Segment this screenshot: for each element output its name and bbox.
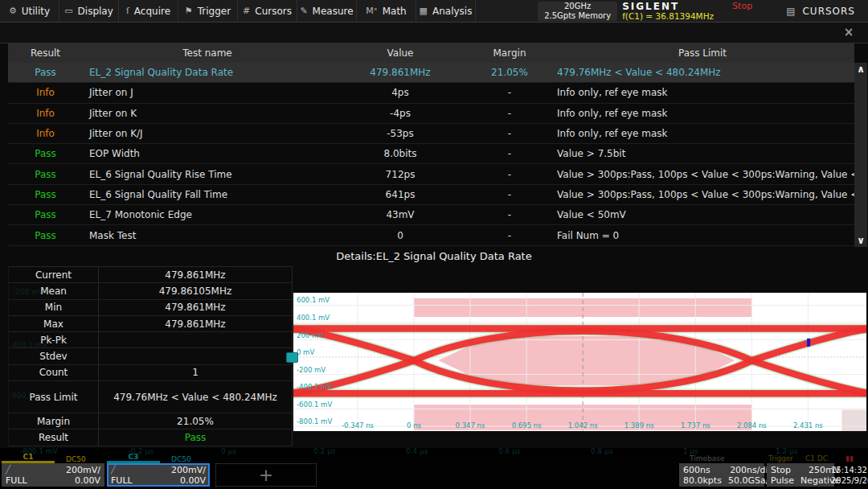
- details-label: Pass Limit: [9, 381, 99, 413]
- table-row[interactable]: PassEL_2 Signal Quality Data Rate479.861…: [8, 63, 854, 83]
- result-cell: Pass: [8, 144, 83, 164]
- siglent-logo: SIGLENT: [622, 2, 679, 11]
- close-icon[interactable]: ×: [837, 25, 860, 40]
- scroll-down-icon[interactable]: ∨: [854, 235, 867, 246]
- clipboard-icon: ▤: [786, 6, 796, 17]
- details-value: 479.86105MHz: [99, 283, 292, 299]
- details-value: 479.861MHz: [99, 267, 292, 283]
- value-cell: 0: [332, 225, 469, 245]
- details-row: Count1: [9, 365, 292, 381]
- timebase-panel[interactable]: 600ns 200ns/div 80.0kpts 50.0GSa/s: [679, 463, 764, 487]
- menu-item-label: Trigger: [198, 6, 231, 17]
- table-row[interactable]: PassEL_7 Monotonic Edge43mV-Value < 50mV: [8, 205, 854, 225]
- details-label: Count: [9, 365, 99, 381]
- table-row[interactable]: InfoJitter on K/J-53ps-Info only, ref ey…: [8, 124, 854, 144]
- details-row: Margin21.05%: [9, 413, 292, 429]
- menu-item-label: Measure: [313, 6, 354, 17]
- svg-text:1.389 ns: 1.389 ns: [624, 421, 654, 429]
- menu-item-cursors[interactable]: #Cursors: [238, 0, 297, 22]
- column-header: Pass Limit: [551, 43, 854, 63]
- cursors-panel-button[interactable]: ▤ CURSORS: [786, 6, 855, 17]
- eye-diagram: 600.1 mV400.1 mV200 mV0 mV-200 mV-400.1 …: [293, 293, 866, 431]
- svg-text:0.695 ns: 0.695 ns: [512, 421, 542, 429]
- trigger-panel[interactable]: Stop 250mV Pulse Negative: [767, 463, 834, 487]
- channel-name: C1: [2, 453, 55, 463]
- offset-value: 0.00V: [66, 475, 100, 486]
- trigger-source-ghost-label: C1 DC: [805, 454, 828, 462]
- analysis-icon: ▦: [420, 6, 428, 16]
- svg-text:-200 mV: -200 mV: [297, 366, 326, 374]
- margin-cell: 21.05%: [469, 63, 551, 83]
- table-row[interactable]: PassMask Test0-Fail Num = 0: [8, 225, 854, 245]
- value-cell: 479.861MHz: [332, 63, 469, 83]
- oscilloscope-screen: ⚙Utility▭DisplayſAcquire⚑Trigger#Cursors…: [0, 0, 868, 489]
- frequency-readout: f(C1) = 36.81394MHz: [622, 11, 752, 21]
- test-results-dialog: × ResultTest nameValueMarginPass Limit P…: [0, 22, 868, 448]
- value-cell: -4ps: [332, 104, 469, 124]
- ghost-axis-label: 0.8 μs: [591, 447, 613, 455]
- test-name-cell: Jitter on K: [83, 104, 332, 124]
- table-row[interactable]: InfoJitter on K-4ps-Info only, ref eye m…: [8, 104, 854, 124]
- add-channel-slot[interactable]: +: [215, 463, 317, 487]
- test-name-cell: EOP Width: [83, 144, 332, 164]
- scrollbar[interactable]: ∧ ∨: [854, 63, 867, 247]
- svg-text:-800.1 mV: -800.1 mV: [297, 417, 332, 425]
- menu-item-measure[interactable]: ✎Measure: [297, 0, 357, 22]
- details-value: [99, 332, 292, 348]
- details-value: Pass: [99, 429, 292, 446]
- menu-item-math[interactable]: MˣMath: [357, 0, 416, 22]
- margin-cell: -: [469, 225, 551, 245]
- pass-limit-cell: 479.76MHz < Value < 480.24MHz: [551, 63, 854, 83]
- pass-limit-cell: Value > 300ps:Pass, 100ps < Value < 300p…: [551, 185, 854, 205]
- details-row: Current479.861MHz: [9, 267, 292, 283]
- ghost-axis-label: 0.4 μs: [406, 447, 428, 455]
- coupling-label: DC50: [171, 455, 191, 463]
- channel-name: C3: [107, 453, 160, 463]
- channel-widget-c1[interactable]: C1DC50╱200mV/FULL0.00V: [2, 455, 104, 487]
- details-row: Mean479.86105MHz: [9, 283, 292, 299]
- bandwidth-label: 20GHz: [544, 2, 611, 11]
- result-cell: Pass: [8, 225, 83, 245]
- svg-text:-400.1 mV: -400.1 mV: [297, 383, 332, 391]
- details-label: Pk-Pk: [9, 332, 99, 348]
- result-cell: Pass: [8, 164, 83, 184]
- svg-text:-0.347 ns: -0.347 ns: [342, 421, 374, 429]
- menu-item-label: Math: [383, 6, 407, 17]
- margin-cell: -: [469, 124, 551, 144]
- svg-text:0 mV: 0 mV: [297, 348, 314, 356]
- value-cell: 43mV: [332, 205, 469, 225]
- details-row: ResultPass: [9, 429, 292, 446]
- svg-text:1.042 ns: 1.042 ns: [568, 421, 598, 429]
- pass-limit-cell: Info only, ref eye mask: [551, 83, 854, 103]
- details-row: Max479.861MHz: [9, 316, 292, 332]
- channel-widget-c3[interactable]: C3DC50╱200mV/FULL0.00V: [107, 455, 210, 487]
- table-row[interactable]: PassEL_6 Signal Quality Rise Time712ps-V…: [8, 164, 854, 184]
- value-cell: -53ps: [332, 124, 469, 144]
- margin-cell: -: [469, 185, 551, 205]
- pass-limit-cell: Value > 7.5bit: [551, 144, 854, 164]
- channel-tab: C1DC50: [2, 455, 104, 463]
- scroll-up-icon[interactable]: ∧: [854, 64, 867, 75]
- gear-icon: ⚙: [9, 6, 17, 16]
- details-label: Stdev: [9, 348, 99, 364]
- table-row[interactable]: PassEL_6 Signal Quality Fall Time641ps-V…: [8, 185, 854, 205]
- menu-item-analysis[interactable]: ▦Analysis: [416, 0, 476, 22]
- result-cell: Pass: [8, 185, 83, 205]
- test-name-cell: Jitter on K/J: [83, 124, 332, 144]
- menu-item-acquire[interactable]: ſAcquire: [119, 0, 178, 22]
- menu-item-utility[interactable]: ⚙Utility: [0, 0, 59, 22]
- pass-limit-cell: Info only, ref eye mask: [551, 104, 854, 124]
- ghost-axis-label: 0.2 μs: [313, 447, 336, 455]
- menu-item-display[interactable]: ▭Display: [59, 0, 119, 22]
- pass-limit-cell: Fail Num = 0: [551, 225, 854, 245]
- menu-bar: ⚙Utility▭DisplayſAcquire⚑Trigger#Cursors…: [0, 0, 868, 22]
- details-label: Current: [9, 267, 99, 283]
- table-row[interactable]: InfoJitter on J4ps-Info only, ref eye ma…: [8, 83, 854, 103]
- table-row[interactable]: PassEOP Width8.0bits-Value > 7.5bit: [8, 144, 854, 164]
- trigger-flag-icon: ⚑: [185, 6, 193, 16]
- system-info-box: 20GHz 2.5Gpts Memory: [538, 2, 617, 21]
- measure-icon: ✎: [300, 6, 307, 16]
- menu-item-trigger[interactable]: ⚑Trigger: [178, 0, 238, 22]
- details-label: Margin: [9, 413, 99, 429]
- math-icon: Mˣ: [366, 6, 377, 16]
